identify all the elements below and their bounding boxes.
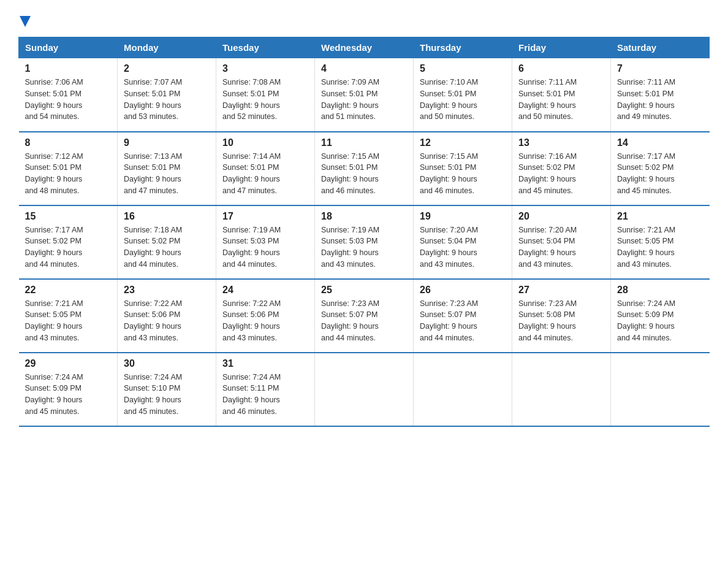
calendar-cell: 2 Sunrise: 7:07 AMSunset: 5:01 PMDayligh… [118,58,216,132]
column-header-wednesday: Wednesday [315,37,414,58]
day-number: 18 [321,211,407,222]
calendar-cell: 20 Sunrise: 7:20 AMSunset: 5:04 PMDaylig… [512,205,611,279]
day-number: 17 [222,211,308,222]
calendar-cell [512,353,611,426]
calendar-cell: 3 Sunrise: 7:08 AMSunset: 5:01 PMDayligh… [216,58,315,132]
day-info: Sunrise: 7:12 AMSunset: 5:01 PMDaylight:… [25,152,83,195]
calendar-cell: 4 Sunrise: 7:09 AMSunset: 5:01 PMDayligh… [315,58,414,132]
day-number: 6 [518,63,604,74]
calendar-cell: 14 Sunrise: 7:17 AMSunset: 5:02 PMDaylig… [611,132,710,205]
day-number: 2 [124,63,210,74]
day-number: 10 [222,137,308,148]
day-number: 15 [25,211,112,222]
day-info: Sunrise: 7:19 AMSunset: 5:03 PMDaylight:… [222,226,281,269]
day-info: Sunrise: 7:24 AMSunset: 5:09 PMDaylight:… [25,373,83,416]
calendar-cell: 7 Sunrise: 7:11 AMSunset: 5:01 PMDayligh… [611,58,710,132]
day-number: 28 [617,285,703,296]
calendar-cell: 13 Sunrise: 7:16 AMSunset: 5:02 PMDaylig… [512,132,611,205]
day-info: Sunrise: 7:20 AMSunset: 5:04 PMDaylight:… [518,226,577,269]
calendar-cell: 18 Sunrise: 7:19 AMSunset: 5:03 PMDaylig… [315,205,414,279]
calendar-cell: 27 Sunrise: 7:23 AMSunset: 5:08 PMDaylig… [512,279,611,353]
calendar-cell: 15 Sunrise: 7:17 AMSunset: 5:02 PMDaylig… [19,205,118,279]
calendar-cell: 31 Sunrise: 7:24 AMSunset: 5:11 PMDaylig… [216,353,315,426]
calendar-cell: 11 Sunrise: 7:15 AMSunset: 5:01 PMDaylig… [315,132,414,205]
day-info: Sunrise: 7:23 AMSunset: 5:07 PMDaylight:… [321,299,379,342]
day-info: Sunrise: 7:21 AMSunset: 5:05 PMDaylight:… [617,226,675,269]
day-info: Sunrise: 7:10 AMSunset: 5:01 PMDaylight:… [420,78,478,121]
calendar-cell: 23 Sunrise: 7:22 AMSunset: 5:06 PMDaylig… [118,279,216,353]
day-info: Sunrise: 7:17 AMSunset: 5:02 PMDaylight:… [617,152,675,195]
day-number: 5 [420,63,506,74]
calendar-week-row: 22 Sunrise: 7:21 AMSunset: 5:05 PMDaylig… [19,279,710,353]
calendar-cell: 9 Sunrise: 7:13 AMSunset: 5:01 PMDayligh… [118,132,216,205]
day-number: 11 [321,137,407,148]
day-info: Sunrise: 7:19 AMSunset: 5:03 PMDaylight:… [321,226,379,269]
day-info: Sunrise: 7:07 AMSunset: 5:01 PMDaylight:… [124,78,182,121]
day-info: Sunrise: 7:08 AMSunset: 5:01 PMDaylight:… [222,78,281,121]
day-number: 25 [321,285,407,296]
calendar-week-row: 29 Sunrise: 7:24 AMSunset: 5:09 PMDaylig… [19,353,710,426]
day-number: 7 [617,63,703,74]
calendar-cell: 25 Sunrise: 7:23 AMSunset: 5:07 PMDaylig… [315,279,414,353]
day-info: Sunrise: 7:22 AMSunset: 5:06 PMDaylight:… [124,299,182,342]
column-header-monday: Monday [118,37,216,58]
day-number: 3 [222,63,308,74]
day-info: Sunrise: 7:15 AMSunset: 5:01 PMDaylight:… [321,152,379,195]
column-header-tuesday: Tuesday [216,37,315,58]
column-header-saturday: Saturday [611,37,710,58]
calendar-cell: 10 Sunrise: 7:14 AMSunset: 5:01 PMDaylig… [216,132,315,205]
day-info: Sunrise: 7:15 AMSunset: 5:01 PMDaylight:… [420,152,478,195]
day-number: 30 [124,358,210,369]
day-number: 14 [617,137,703,148]
day-number: 9 [124,137,210,148]
day-info: Sunrise: 7:14 AMSunset: 5:01 PMDaylight:… [222,152,281,195]
day-number: 13 [518,137,604,148]
day-number: 27 [518,285,604,296]
day-info: Sunrise: 7:24 AMSunset: 5:11 PMDaylight:… [222,373,281,416]
day-info: Sunrise: 7:24 AMSunset: 5:10 PMDaylight:… [124,373,182,416]
day-number: 26 [420,285,506,296]
day-info: Sunrise: 7:17 AMSunset: 5:02 PMDaylight:… [25,226,83,269]
calendar-week-row: 1 Sunrise: 7:06 AMSunset: 5:01 PMDayligh… [19,58,710,132]
day-number: 31 [222,358,308,369]
day-number: 20 [518,211,604,222]
calendar-cell: 1 Sunrise: 7:06 AMSunset: 5:01 PMDayligh… [19,58,118,132]
calendar-week-row: 8 Sunrise: 7:12 AMSunset: 5:01 PMDayligh… [19,132,710,205]
calendar-cell [315,353,414,426]
day-number: 4 [321,63,407,74]
logo [18,12,31,27]
calendar-header-row: SundayMondayTuesdayWednesdayThursdayFrid… [19,37,710,58]
day-info: Sunrise: 7:23 AMSunset: 5:07 PMDaylight:… [420,299,478,342]
calendar-cell: 29 Sunrise: 7:24 AMSunset: 5:09 PMDaylig… [19,353,118,426]
column-header-thursday: Thursday [414,37,512,58]
day-number: 1 [25,63,112,74]
day-info: Sunrise: 7:11 AMSunset: 5:01 PMDaylight:… [518,78,577,121]
calendar-cell: 8 Sunrise: 7:12 AMSunset: 5:01 PMDayligh… [19,132,118,205]
column-header-friday: Friday [512,37,611,58]
day-info: Sunrise: 7:13 AMSunset: 5:01 PMDaylight:… [124,152,182,195]
calendar-cell: 12 Sunrise: 7:15 AMSunset: 5:01 PMDaylig… [414,132,512,205]
day-number: 24 [222,285,308,296]
day-info: Sunrise: 7:11 AMSunset: 5:01 PMDaylight:… [617,78,675,121]
day-info: Sunrise: 7:09 AMSunset: 5:01 PMDaylight:… [321,78,379,121]
calendar-cell: 30 Sunrise: 7:24 AMSunset: 5:10 PMDaylig… [118,353,216,426]
svg-marker-0 [20,16,31,27]
day-number: 22 [25,285,112,296]
day-info: Sunrise: 7:20 AMSunset: 5:04 PMDaylight:… [420,226,478,269]
calendar-cell [611,353,710,426]
day-info: Sunrise: 7:24 AMSunset: 5:09 PMDaylight:… [617,299,675,342]
calendar-cell: 22 Sunrise: 7:21 AMSunset: 5:05 PMDaylig… [19,279,118,353]
day-number: 8 [25,137,112,148]
day-info: Sunrise: 7:16 AMSunset: 5:02 PMDaylight:… [518,152,577,195]
calendar-cell [414,353,512,426]
day-info: Sunrise: 7:18 AMSunset: 5:02 PMDaylight:… [124,226,182,269]
page-header [18,12,710,27]
day-number: 23 [124,285,210,296]
calendar-cell: 19 Sunrise: 7:20 AMSunset: 5:04 PMDaylig… [414,205,512,279]
calendar-cell: 6 Sunrise: 7:11 AMSunset: 5:01 PMDayligh… [512,58,611,132]
day-info: Sunrise: 7:06 AMSunset: 5:01 PMDaylight:… [25,78,83,121]
day-number: 16 [124,211,210,222]
day-number: 21 [617,211,703,222]
day-info: Sunrise: 7:22 AMSunset: 5:06 PMDaylight:… [222,299,281,342]
calendar-cell: 24 Sunrise: 7:22 AMSunset: 5:06 PMDaylig… [216,279,315,353]
